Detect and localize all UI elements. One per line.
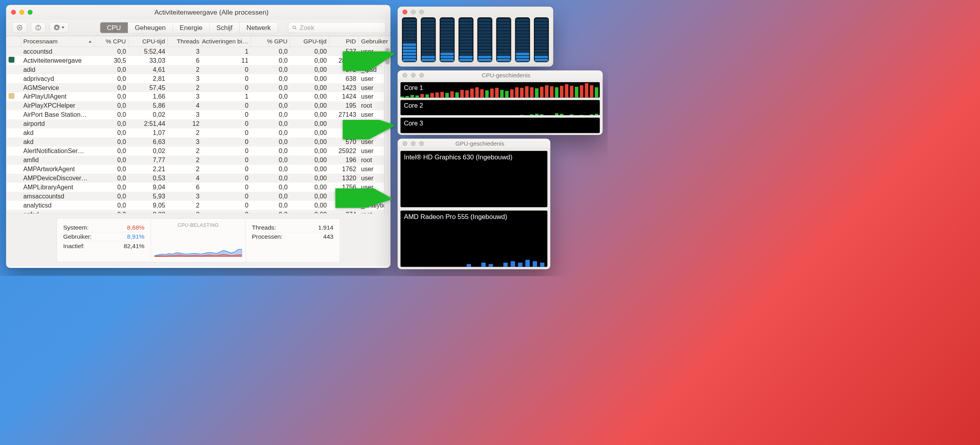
cell: 0,00 <box>290 93 329 101</box>
table-row[interactable]: AGMService0,057,45200,00,001423user <box>6 83 390 92</box>
cpu-summary-box: Systeem:8,68% Gebruiker:8,91% Inactief:8… <box>56 218 151 262</box>
info-button[interactable] <box>31 22 45 33</box>
svg-line-7 <box>295 28 297 30</box>
user-label: Gebruiker: <box>63 233 92 240</box>
table-row[interactable]: amsaccountsd0,05,93300,00,001428user <box>6 192 390 201</box>
col-gpu-time[interactable]: GPU-tijd <box>290 36 329 47</box>
svg-rect-42 <box>570 86 573 97</box>
col-pid[interactable]: PID <box>329 36 359 47</box>
search-field[interactable] <box>288 22 386 33</box>
col-wakeups[interactable]: Activeringen bi… <box>202 36 251 47</box>
gpu-history-window: GPU-geschiedenis Intel® HD Graphics 630 … <box>398 139 550 269</box>
col-icon[interactable] <box>6 36 21 47</box>
cell: 7,77 <box>129 156 168 164</box>
close-icon[interactable] <box>402 9 407 14</box>
table-row[interactable]: accountsd0,05:52,44310,00,00527user <box>6 47 390 56</box>
titlebar[interactable]: Activiteitenweergave (Alle processen) <box>6 5 390 19</box>
table-row[interactable]: airportd0,02:51,441200,00,00312root <box>6 120 390 129</box>
table-row[interactable]: amfid0,07,77200,00,00196root <box>6 155 390 165</box>
bars-titlebar[interactable] <box>398 7 553 17</box>
close-icon[interactable] <box>11 9 16 14</box>
cell: 0,0 <box>94 102 129 110</box>
col-threads[interactable]: Threads <box>168 36 202 47</box>
tab-energy[interactable]: Energie <box>173 22 210 33</box>
table-row[interactable]: analyticsd0,09,05200,00,00243_analyticsd <box>6 201 390 210</box>
cell: 12 <box>168 120 202 127</box>
close-icon[interactable] <box>402 141 407 146</box>
table-row[interactable]: Activiteitenweergave30,533,036110,00,002… <box>6 56 390 65</box>
cell: 0,0 <box>251 193 290 200</box>
cell: 195 <box>329 102 359 110</box>
col-cpu-time[interactable]: CPU-tijd <box>129 36 168 47</box>
table-row[interactable]: akd0,06,63300,00,00570user <box>6 137 390 146</box>
col-process-name[interactable]: Procesnaam <box>21 36 94 47</box>
svg-rect-52 <box>555 113 558 115</box>
table-row[interactable]: anfsd0,00,23200,00,00374root <box>6 210 390 213</box>
cell: 0,0 <box>251 48 290 55</box>
gear-icon <box>54 24 60 31</box>
settings-button[interactable] <box>49 22 68 33</box>
cell: anfsd <box>21 211 94 213</box>
maximize-icon[interactable] <box>419 141 424 146</box>
cell: 1424 <box>329 93 359 101</box>
table-row[interactable]: adid0,04,61200,00,00572_fpsd <box>6 65 390 74</box>
cell: AirPlayXPCHelper <box>21 102 94 110</box>
cell: 0,0 <box>94 129 129 136</box>
gpuhist-titlebar[interactable]: GPU-geschiedenis <box>398 139 550 149</box>
svg-rect-16 <box>440 92 444 97</box>
cell: 0,0 <box>94 156 129 164</box>
close-icon[interactable] <box>402 73 407 77</box>
maximize-icon[interactable] <box>28 9 32 14</box>
svg-rect-31 <box>515 87 519 97</box>
table-row[interactable]: AMPLibraryAgent0,09,04600,00,001756user <box>6 183 390 192</box>
col-user[interactable]: Gebruiker <box>359 36 390 47</box>
cell: 0,0 <box>251 183 290 191</box>
tab-disk[interactable]: Schijf <box>210 22 240 33</box>
col-cpu-percent[interactable]: % CPU <box>94 36 129 47</box>
cell: 0,0 <box>94 174 129 182</box>
cell: akd <box>21 129 94 136</box>
cell: 0,0 <box>94 147 129 155</box>
table-row[interactable]: AirPort Base Station…0,00,02300,00,00271… <box>6 110 390 120</box>
col-gpu-percent[interactable]: % GPU <box>251 36 290 47</box>
minimize-icon[interactable] <box>411 141 415 146</box>
cell: 638 <box>329 75 359 82</box>
cell: 0,00 <box>290 48 329 55</box>
cell: 0,02 <box>129 147 168 155</box>
cpu-bar <box>515 17 530 62</box>
table-row[interactable]: AMPArtworkAgent0,02,21200,00,001762user <box>6 165 390 174</box>
tab-memory[interactable]: Geheugen <box>128 22 173 33</box>
stop-process-button[interactable] <box>12 22 27 33</box>
cell: 33,03 <box>129 57 168 64</box>
table-row[interactable]: AirPlayXPCHelper0,05,86400,00,00195root <box>6 101 390 110</box>
cell: 2 <box>168 165 202 173</box>
maximize-icon[interactable] <box>419 73 424 77</box>
table-row[interactable]: AlertNotificationSer…0,00,02200,00,00259… <box>6 146 390 155</box>
tab-cpu[interactable]: CPU <box>100 22 128 33</box>
cpu-bar <box>440 17 455 62</box>
search-input[interactable] <box>300 24 382 31</box>
table-row[interactable]: AMPDeviceDiscover…0,00,53400,00,001320us… <box>6 174 390 183</box>
tab-network[interactable]: Netwerk <box>240 22 278 33</box>
maximize-icon[interactable] <box>419 9 424 14</box>
svg-rect-56 <box>590 114 593 116</box>
minimize-icon[interactable] <box>19 9 24 14</box>
table-row[interactable]: akd0,01,07200,00,00632root <box>6 129 390 138</box>
table-row[interactable]: AirPlayUIAgent0,01,66310,00,001424user <box>6 92 390 101</box>
svg-rect-10 <box>411 95 414 97</box>
scrollbar[interactable] <box>384 47 390 213</box>
table-row[interactable]: adprivacyd0,02,81300,00,00638user <box>6 74 390 83</box>
cell: AMPDeviceDiscover… <box>21 174 94 182</box>
svg-rect-27 <box>495 88 499 98</box>
minimize-icon[interactable] <box>411 9 415 14</box>
cpuhist-titlebar[interactable]: CPU-geschiedenis <box>398 71 603 80</box>
footer: Systeem:8,68% Gebruiker:8,91% Inactief:8… <box>6 213 390 267</box>
cpu-load-chart-box: CPU-BELASTING <box>151 218 246 262</box>
svg-rect-17 <box>445 93 449 98</box>
svg-point-5 <box>38 26 38 27</box>
cell: 0,0 <box>251 84 290 92</box>
minimize-icon[interactable] <box>411 73 415 77</box>
scrollbar-thumb[interactable] <box>385 48 390 65</box>
process-table-body[interactable]: accountsd0,05:52,44310,00,00527userActiv… <box>6 47 390 213</box>
svg-rect-21 <box>465 90 469 97</box>
